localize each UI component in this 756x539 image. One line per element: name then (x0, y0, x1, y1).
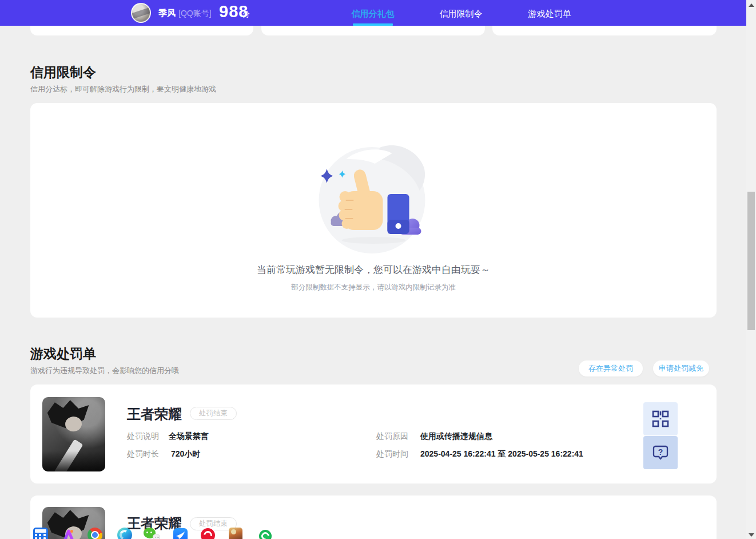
honor-of-kings-icon[interactable] (229, 528, 242, 539)
restriction-section-subtitle: 信用分达标，即可解除游戏行为限制，要文明健康地游戏 (30, 84, 216, 94)
start-calculator-icon[interactable] (33, 528, 48, 539)
qr-code-icon (652, 410, 669, 427)
abnormal-punishment-button[interactable]: 存在异常处罚 (579, 360, 643, 376)
scroll-down-arrow-icon[interactable] (749, 533, 754, 537)
field-value: 2025-04-25 16:22:41 至 2025-05-25 16:22:4… (420, 449, 583, 459)
top-card-partial (30, 26, 253, 35)
thumbs-up-illustration (312, 136, 435, 253)
top-card-partial (261, 26, 485, 35)
chrome-icon[interactable] (87, 528, 102, 539)
field-label: 处罚说明 (127, 431, 159, 442)
avatar (131, 3, 151, 23)
restriction-data-note: 部分限制数据不支持显示，请以游戏内限制记录为准 (30, 283, 717, 292)
username: 季风 (158, 8, 176, 19)
game-thumbnail (42, 397, 105, 471)
edge-icon[interactable] (117, 528, 132, 539)
field-value: 全场景禁言 (169, 431, 209, 442)
scrollbar-thumb[interactable] (747, 192, 755, 330)
top-header-bar: 季风 [QQ账号] 988 分 信用分礼包 信用限制令 游戏处罚单 (0, 0, 746, 26)
help-feedback-button[interactable]: ? (643, 436, 678, 469)
question-bubble-icon: ? (652, 444, 669, 461)
no-restriction-message: 当前常玩游戏暂无限制令，您可以在游戏中自由玩耍～ (30, 263, 717, 276)
status-badge: 处罚结束 (190, 407, 237, 420)
account-type-label: [QQ账号] (178, 9, 212, 19)
punishment-appeal-button[interactable]: 申请处罚减免 (653, 360, 709, 376)
tab-game-punishment[interactable]: 游戏处罚单 (518, 9, 581, 19)
red-music-app-icon[interactable] (201, 528, 215, 539)
wechat-icon[interactable] (144, 528, 161, 539)
punishment-section-subtitle: 游戏行为违规导致处罚，会影响您的信用分哦 (30, 366, 179, 376)
tab-credit-restriction[interactable]: 信用限制令 (429, 9, 492, 19)
field-value: 720小时 (171, 449, 200, 459)
tab-credit-gift[interactable]: 信用分礼包 (341, 9, 404, 19)
credit-score-unit: 分 (242, 9, 250, 19)
active-tab-underline (353, 23, 393, 26)
restriction-section-title: 信用限制令 (30, 64, 96, 81)
taskbar (0, 523, 756, 539)
field-label: 处罚时长 (127, 449, 159, 459)
game-name: 王者荣耀 (127, 405, 182, 423)
restriction-empty-card: 当前常玩游戏暂无限制令，您可以在游戏中自由玩耍～ 部分限制数据不支持显示，请以游… (30, 103, 717, 318)
top-card-partial (492, 26, 717, 35)
field-label: 处罚原因 (376, 431, 408, 442)
punishment-section-title: 游戏处罚单 (30, 345, 96, 363)
field-value: 使用或传播违规信息 (420, 431, 492, 442)
field-label: 处罚时间 (376, 449, 408, 459)
scroll-up-arrow-icon[interactable] (749, 3, 754, 7)
qr-code-button[interactable] (643, 402, 678, 435)
dingtalk-icon[interactable] (173, 528, 188, 539)
svg-text:?: ? (658, 447, 663, 457)
vertical-scrollbar[interactable] (746, 0, 756, 539)
green-security-app-icon[interactable] (259, 530, 272, 539)
punishment-card: 王者荣耀 处罚结束 处罚说明 全场景禁言 处罚原因 使用或传播违规信息 处罚时长… (30, 385, 717, 483)
purple-app-icon[interactable] (62, 529, 75, 539)
